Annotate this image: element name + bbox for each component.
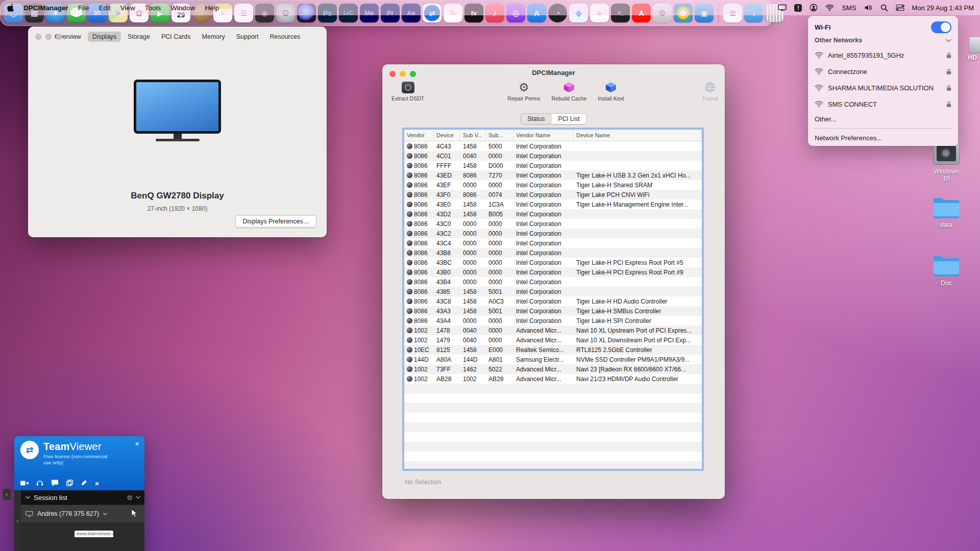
desktop-icon-data-folder[interactable]: data bbox=[932, 197, 961, 229]
displays-tab-pci-cards[interactable]: PCI Cards bbox=[157, 32, 195, 42]
pci-column-vendor[interactable]: Vendor bbox=[404, 130, 434, 141]
desktop-icon-doc-folder[interactable]: Doc bbox=[932, 255, 961, 287]
pci-table-row[interactable]: 808643E014581C3AIntel CorporationTiger L… bbox=[404, 199, 702, 209]
displays-tab-resources[interactable]: Resources bbox=[265, 32, 305, 42]
user-status-icon[interactable] bbox=[810, 4, 818, 12]
pci-table-row-empty bbox=[404, 413, 702, 422]
pci-table-row[interactable]: 808643BC00000000Intel CorporationTiger L… bbox=[404, 258, 702, 267]
apple-menu-icon[interactable] bbox=[7, 4, 14, 12]
desktop-icon-hd-disk[interactable] bbox=[969, 37, 980, 53]
repair-perms-button[interactable]: ⚙ Repair Perms bbox=[507, 81, 540, 102]
display-name: BenQ GW2780 Display bbox=[28, 191, 327, 201]
pci-table-row[interactable]: 80864C4314585000Intel Corporation bbox=[404, 141, 702, 151]
pci-table-row[interactable]: 808643A400000000Intel CorporationTiger L… bbox=[404, 316, 702, 325]
pci-table-row[interactable]: 1002147900400000Advanced Micr...Navi 10 … bbox=[404, 335, 702, 345]
close-icon[interactable]: × bbox=[135, 439, 139, 448]
pci-table-row[interactable]: 808643B000000000Intel CorporationTiger L… bbox=[404, 267, 702, 277]
pci-table-row[interactable]: 100273FF14625022Advanced Micr...Navi 23 … bbox=[404, 364, 702, 374]
menubar-menu-window[interactable]: Window bbox=[170, 4, 195, 12]
spotlight-search-icon[interactable] bbox=[880, 4, 888, 12]
session-list-header[interactable]: Session list ⚙ bbox=[14, 490, 144, 505]
volume-icon[interactable] bbox=[864, 4, 873, 11]
pci-table-row[interactable]: 808643ED80867270Intel CorporationTiger L… bbox=[404, 170, 702, 180]
dpci-tab-status[interactable]: Status bbox=[521, 114, 551, 124]
pci-table-row[interactable]: 1002AB281002AB28Advanced Micr...Navi 21/… bbox=[404, 374, 702, 384]
displays-tab-support[interactable]: Support bbox=[232, 32, 263, 42]
pci-table-row[interactable]: 808643C81458A0C3Intel CorporationTiger L… bbox=[404, 296, 702, 306]
pci-device-icon bbox=[407, 163, 412, 168]
network-preferences-item[interactable]: Network Preferences... bbox=[815, 131, 951, 145]
wifi-network-sharma-multimedia-solution[interactable]: SHARMA MULTIMEDIA SOLUTION bbox=[815, 80, 951, 96]
minimize-button[interactable] bbox=[45, 34, 52, 40]
more-tools-icon[interactable]: » bbox=[95, 480, 99, 486]
gear-icon[interactable]: ⚙ bbox=[127, 494, 133, 502]
teamviewer-collapse-tab[interactable]: ‹ bbox=[3, 489, 11, 500]
desktop-icon-hd-label[interactable]: HD bbox=[968, 54, 977, 61]
other-networks-label: Other Networks bbox=[815, 37, 862, 44]
pci-device-icon bbox=[407, 250, 412, 256]
rebuild-cache-button[interactable]: Rebuild Cache bbox=[551, 81, 586, 102]
pci-column-device-name[interactable]: Device Name bbox=[574, 130, 702, 141]
wifi-toggle[interactable] bbox=[931, 21, 951, 33]
pci-device-icon bbox=[407, 211, 412, 217]
teamviewer-sidebar-strip[interactable]: ‹ bbox=[14, 490, 21, 551]
menubar-clock[interactable]: Mon 29 Aug 1:43 PM bbox=[912, 4, 974, 12]
video-call-icon[interactable] bbox=[20, 480, 29, 486]
copy-icon[interactable] bbox=[66, 480, 73, 486]
pci-table-row-empty bbox=[404, 442, 702, 452]
brush-icon[interactable] bbox=[81, 480, 87, 486]
extract-dsdt-button[interactable]: Extract DSDT bbox=[391, 81, 424, 102]
pci-table-row[interactable]: 8086438514585001Intel Corporation bbox=[404, 287, 702, 296]
pci-table-row[interactable]: 808643C400000000Intel Corporation bbox=[404, 238, 702, 248]
wifi-other-item[interactable]: Other... bbox=[815, 112, 951, 126]
chat-icon[interactable] bbox=[51, 480, 59, 486]
chevron-down-icon[interactable] bbox=[946, 39, 951, 42]
displays-preferences-button[interactable]: Displays Preferences… bbox=[235, 215, 316, 228]
screen-mirroring-icon[interactable] bbox=[778, 4, 787, 11]
menubar-menu-file[interactable]: File bbox=[78, 4, 89, 12]
pci-device-icon bbox=[407, 298, 412, 304]
pci-table-row[interactable]: 144DA80A144DA801Samsung Electr...NVMe SS… bbox=[404, 355, 702, 364]
dpci-tab-pci-list[interactable]: PCI List bbox=[552, 114, 586, 124]
wifi-network-sms-connect[interactable]: SMS CONNECT bbox=[815, 96, 951, 112]
menubar-menu-edit[interactable]: Edit bbox=[99, 4, 111, 12]
pci-table-row[interactable]: 1002147800400000Advanced Micr...Navi 10 … bbox=[404, 325, 702, 335]
pci-table-row[interactable]: 808643B400000000Intel Corporation bbox=[404, 277, 702, 287]
wifi-network-connectzone[interactable]: Connectzone bbox=[815, 63, 951, 80]
zoom-button[interactable] bbox=[56, 34, 62, 40]
pci-table-row[interactable]: 10EC81251458E000Realtek Semico...RTL8125… bbox=[404, 345, 702, 355]
pci-table-row[interactable]: 808643EF00000000Intel CorporationTiger L… bbox=[404, 180, 702, 190]
displays-tab-displays[interactable]: Displays bbox=[88, 32, 121, 42]
wifi-menu-icon[interactable] bbox=[825, 5, 834, 11]
pci-table-row[interactable]: 808643A314585001Intel CorporationTiger L… bbox=[404, 306, 702, 316]
pci-table-row[interactable]: 808643D21458B005Intel Corporation bbox=[404, 209, 702, 219]
teamviewer-session-user[interactable]: Andres (776 375 627) bbox=[21, 505, 144, 522]
menubar-menu-help[interactable]: Help bbox=[205, 4, 219, 12]
pci-table-row[interactable]: 808643B800000000Intel Corporation bbox=[404, 248, 702, 258]
menubar-app-name[interactable]: DPCIManager bbox=[23, 4, 68, 12]
pci-table-row[interactable]: 808643C000000000Intel Corporation bbox=[404, 219, 702, 229]
teamviewer-title: TeamViewer bbox=[43, 441, 107, 453]
alert-badge-icon[interactable]: ! bbox=[794, 4, 802, 12]
displays-tab-memory[interactable]: Memory bbox=[198, 32, 230, 42]
pci-table-row[interactable]: 80864C0100400000Intel Corporation bbox=[404, 151, 702, 161]
pci-column-sub-v[interactable]: Sub V... bbox=[460, 130, 486, 141]
install-kext-button[interactable]: Install Kext bbox=[598, 81, 624, 102]
sms-status-label[interactable]: SMS bbox=[842, 4, 856, 12]
displays-tab-storage[interactable]: Storage bbox=[123, 32, 155, 42]
menubar-menu-tools[interactable]: Tools bbox=[145, 4, 161, 12]
pci-column-sub[interactable]: Sub... bbox=[486, 130, 513, 141]
chevron-down-icon[interactable] bbox=[136, 496, 140, 499]
pci-table-row[interactable]: 8086FFFF1458D000Intel Corporation bbox=[404, 161, 702, 170]
pci-table-row[interactable]: 808643C200000000Intel Corporation bbox=[404, 229, 702, 238]
pci-table-row[interactable]: 808643F080860074Intel CorporationTiger L… bbox=[404, 190, 702, 199]
headset-icon[interactable] bbox=[36, 480, 43, 486]
pci-column-device[interactable]: Device bbox=[434, 130, 460, 141]
close-button[interactable] bbox=[35, 34, 41, 40]
teamviewer-website-link[interactable]: www.teamviewer.com bbox=[75, 531, 113, 537]
desktop-icon-windows10[interactable]: Windows 10 bbox=[930, 142, 963, 182]
menubar-menu-view[interactable]: View bbox=[120, 4, 135, 12]
wifi-network-airtel-8557935191-5ghz[interactable]: Airtel_8557935191_5GHz bbox=[815, 47, 951, 63]
control-center-icon[interactable] bbox=[896, 4, 904, 11]
pci-column-vendor-name[interactable]: Vendor Name bbox=[513, 130, 574, 141]
